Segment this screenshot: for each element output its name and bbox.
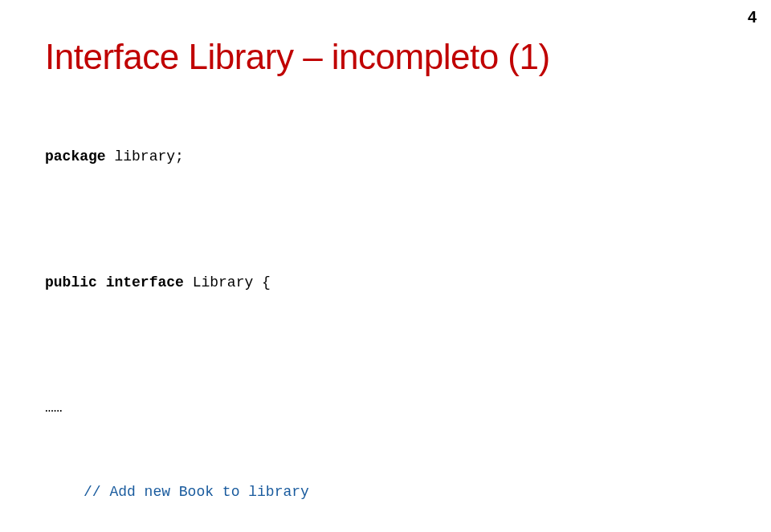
code-text: Library { bbox=[184, 274, 271, 290]
blank-line bbox=[45, 335, 726, 355]
code-text bbox=[97, 274, 106, 290]
slide-page: 4 Interface Library – incompleto (1) pac… bbox=[0, 0, 771, 532]
page-number: 4 bbox=[748, 8, 757, 26]
comment: // Add new Book to library bbox=[45, 481, 726, 502]
code-line: public interface Library { bbox=[45, 272, 726, 293]
blank-line bbox=[45, 209, 726, 229]
keyword: package bbox=[45, 148, 106, 164]
keyword: public bbox=[45, 274, 97, 290]
keyword: interface bbox=[106, 274, 184, 290]
code-text: library; bbox=[106, 148, 184, 164]
ellipsis: …… bbox=[45, 397, 726, 418]
code-block: package library; public interface Librar… bbox=[45, 104, 726, 532]
code-line: package library; bbox=[45, 146, 726, 167]
slide-title: Interface Library – incompleto (1) bbox=[45, 37, 726, 77]
